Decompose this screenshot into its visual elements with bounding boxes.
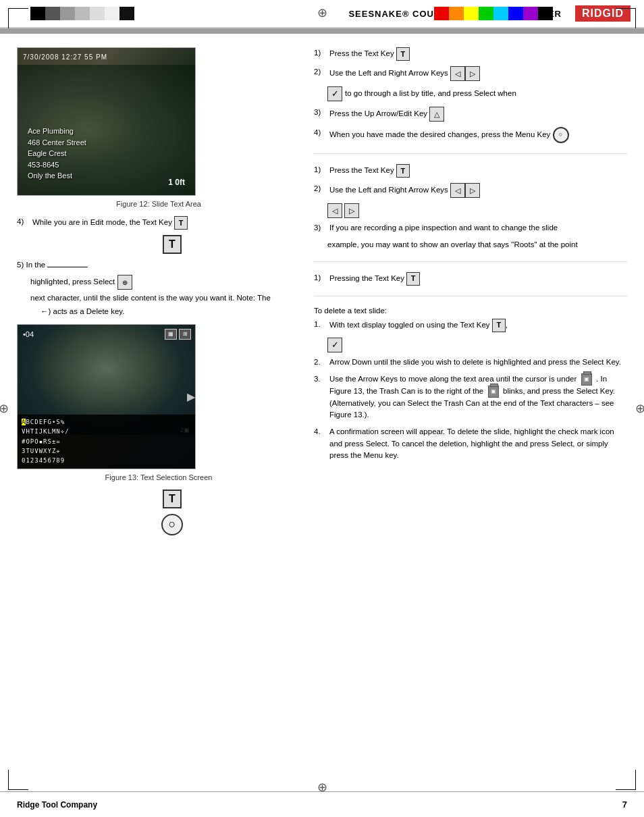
check-key-del1: ✓ — [327, 338, 342, 352]
arrow-right-r2s2: ▷ — [465, 183, 480, 198]
right-step2: 2) Use the Left and Right Arrow Keys ◁▷ — [314, 66, 627, 81]
section-divider-1 — [314, 153, 627, 154]
right2-step2-arrows-row2: ◁▷ — [327, 203, 627, 218]
corner-mark-br — [616, 770, 636, 790]
left-step4-num: 4) — [17, 216, 29, 228]
color-sq — [493, 7, 508, 20]
pressing-step1-num: 1) — [314, 272, 326, 284]
chars-row5: 0123456789 — [22, 456, 191, 465]
color-sq — [479, 7, 493, 20]
pressing-step1: 1) Pressing the Text Key T — [314, 272, 627, 286]
right-column: 1) Press the Text Key T 2) Use the Left … — [314, 47, 627, 541]
right2-step1: 1) Press the Text Key T — [314, 164, 627, 178]
chars-row3: #OPO▪RS±= — [22, 437, 191, 446]
trash-icon-del3: ▣ — [581, 373, 592, 386]
right-step4: 4) When you have made the desired change… — [314, 127, 627, 143]
standalone-t-key-left: T — [44, 235, 300, 254]
right-step3-text: Press the Up Arrow/Edit Key △ — [329, 107, 444, 122]
main-content: 7/30/2008 12:27 55 PM Ace Plumbing 468 C… — [0, 34, 644, 554]
left-step5-arrow-note: ←) acts as a Delete key. — [41, 306, 300, 317]
right-step1-text: Press the Text Key T — [329, 47, 410, 61]
right-step2-sub: ✓ to go through a list by title, and pre… — [327, 86, 627, 101]
right-step1: 1) Press the Text Key T — [314, 47, 627, 61]
t-key-step1: T — [396, 47, 410, 61]
pressing-step1-text: Pressing the Text Key T — [329, 272, 420, 286]
corner-mark-bl — [8, 770, 28, 790]
color-sq — [90, 7, 105, 20]
fig13-counter: •04 — [23, 330, 34, 338]
color-sq — [449, 7, 464, 20]
chars-row1: ABCDEFG•S% — [22, 417, 191, 427]
fig13-bg: •04 ▦ ⊞ 2▣ ▶ ☰J ABCDEFG•S% VHTIJKLMN÷/ — [18, 325, 195, 469]
color-squares-right — [434, 7, 553, 20]
chars-row2: VHTIJKLMN÷/ — [22, 427, 191, 436]
menu-key-step4: ○ — [553, 127, 569, 143]
color-sq — [45, 7, 60, 20]
right-step4-text: When you have made the desired changes, … — [329, 127, 569, 143]
color-sq — [30, 7, 45, 20]
right2-step2-text: Use the Left and Right Arrow Keys ◁▷ — [329, 183, 480, 198]
right-step1-num: 1) — [314, 47, 326, 59]
footer-page: 7 — [622, 799, 627, 810]
fig12-content: 7/30/2008 12:27 55 PM Ace Plumbing 468 C… — [18, 48, 195, 195]
figure-12-image: 7/30/2008 12:27 55 PM Ace Plumbing 468 C… — [17, 47, 196, 196]
arrow-left-r2s2b: ◁ — [327, 203, 342, 218]
delete-4-num: 4. — [314, 426, 326, 438]
right2-step3-note: example, you may want to show an overlay… — [327, 239, 627, 251]
trash-icon-del3b: ▣ — [488, 386, 499, 398]
select-key-icon: ⊕ — [117, 275, 132, 290]
delete-item-2: 2. Arrow Down until the slide you wish t… — [314, 357, 627, 368]
fig13-icon1: ▦ — [165, 329, 177, 340]
fig13-top-icons: ▦ ⊞ — [165, 329, 191, 340]
right-step2-content: Use the Left and Right Arrow Keys ◁▷ — [329, 66, 480, 81]
standalone-t-key-left2: T — [44, 490, 300, 508]
fig12-timestamp: 7/30/2008 12:27 55 PM — [23, 53, 190, 61]
check-key-step2: ✓ — [327, 86, 342, 101]
fig12-caption: Figure 12: Slide Text Area — [17, 200, 300, 208]
fig12-overlay-text: Ace Plumbing 468 Center Street Eagle Cre… — [28, 126, 86, 182]
delete-item-1: 1. With text display toggled on using th… — [314, 319, 627, 332]
arrow-right-key-step2a: ▷ — [465, 66, 480, 81]
left-step5-note: next character, until the slide content … — [30, 292, 300, 304]
right2-step1-text: Press the Text Key T — [329, 164, 410, 178]
delete-1-num: 1. — [314, 319, 326, 330]
fig13-right-arrow: ▶ — [187, 390, 195, 403]
corner-mark-tl — [8, 8, 28, 28]
t-key-r2s1: T — [396, 164, 410, 178]
left-column: 7/30/2008 12:27 55 PM Ace Plumbing 468 C… — [17, 47, 300, 541]
color-sq — [105, 7, 119, 20]
section-divider-3 — [314, 296, 627, 296]
color-sq — [434, 7, 449, 20]
fig12-distance: 1 0ft — [168, 178, 185, 187]
t-key-pressing: T — [406, 272, 420, 286]
right2-step3: 3) If you are recording a pipe inspectio… — [314, 222, 627, 234]
color-squares-left — [30, 7, 134, 20]
left-step5: 5) In the — [17, 259, 300, 271]
t-key-large-left2: T — [163, 490, 182, 508]
fig13-caption: Figure 13: Text Selection Screen — [17, 473, 300, 481]
header-bar — [0, 28, 644, 34]
left-step4-text: While you are in Edit mode, the Text Key… — [32, 216, 188, 230]
menu-key-large-left: ○ — [161, 514, 183, 535]
right2-step1-num: 1) — [314, 164, 326, 176]
right2-step2-num: 2) — [314, 183, 326, 194]
up-key-step3: △ — [429, 107, 444, 122]
color-sq — [119, 7, 134, 20]
delete-title: To delete a text slide: — [314, 307, 627, 315]
delete-2-num: 2. — [314, 357, 326, 368]
text-key-icon: T — [174, 216, 188, 230]
delete-3-num: 3. — [314, 373, 326, 385]
page-footer: Ridge Tool Company 7 — [0, 791, 644, 817]
crosshair-left: ⊕ — [0, 401, 9, 416]
fig13-icon2: ⊞ — [179, 329, 191, 340]
standalone-menu-key-left: ○ — [44, 514, 300, 535]
figure-13-image: •04 ▦ ⊞ 2▣ ▶ ☰J ABCDEFG•S% VHTIJKLMN÷/ — [17, 324, 196, 469]
corner-mark-tr — [616, 8, 636, 28]
section-divider-2 — [314, 261, 627, 262]
color-sq — [508, 7, 523, 20]
arrow-left-r2s2: ◁ — [450, 183, 465, 198]
color-sq — [464, 7, 479, 20]
arrow-left-key-step2a: ◁ — [450, 66, 465, 81]
right-step3-num: 3) — [314, 107, 326, 118]
crosshair-right: ⊕ — [635, 401, 644, 416]
